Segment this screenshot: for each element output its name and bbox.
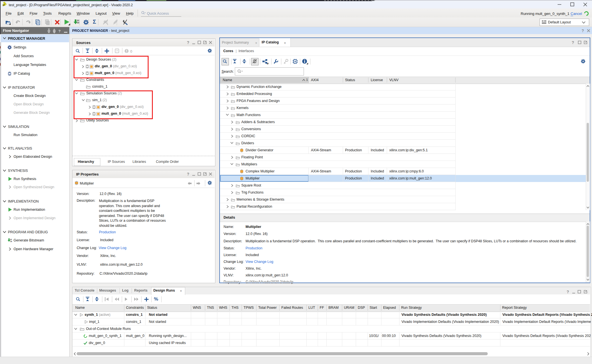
svg-text:?: ? [572, 40, 574, 45]
svg-text:10: 10 [77, 22, 79, 24]
svg-text:01: 01 [77, 19, 79, 21]
svg-text:01: 01 [10, 239, 12, 240]
svg-text:?: ? [582, 28, 584, 33]
svg-text:?: ? [187, 40, 189, 45]
svg-text:10: 10 [10, 241, 12, 242]
svg-text:?: ? [187, 172, 189, 176]
svg-text:?: ? [58, 29, 61, 33]
svg-text:?: ? [116, 49, 118, 53]
svg-text:?: ? [567, 290, 569, 294]
